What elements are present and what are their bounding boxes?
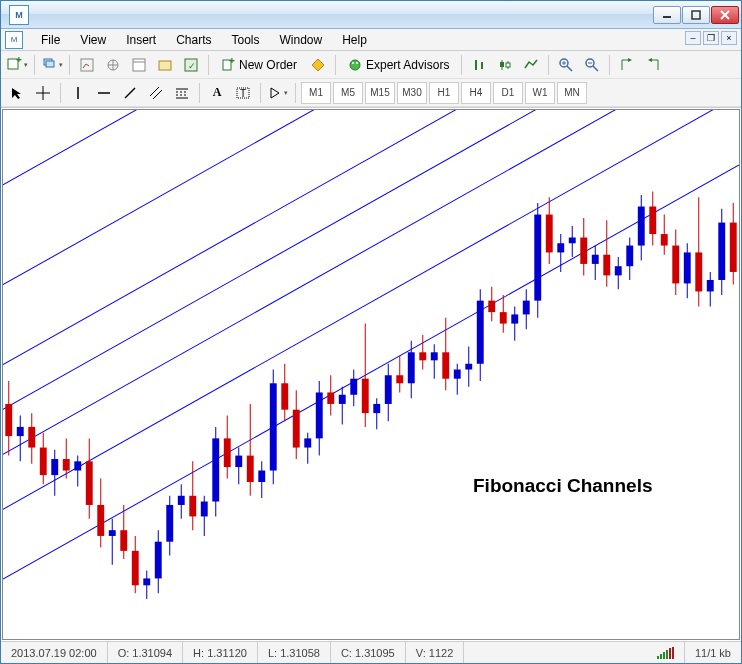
svg-rect-153 xyxy=(523,301,530,315)
svg-rect-79 xyxy=(97,505,104,536)
svg-rect-161 xyxy=(569,238,576,244)
candles-chart-button[interactable] xyxy=(493,54,517,76)
svg-rect-115 xyxy=(304,438,311,447)
separator xyxy=(335,55,336,75)
profiles-button[interactable]: ▾ xyxy=(40,54,64,76)
svg-line-32 xyxy=(567,66,572,71)
text-label-icon: T xyxy=(236,86,250,100)
svg-rect-169 xyxy=(615,266,622,275)
expert-advisors-button[interactable]: Expert Advisors xyxy=(341,54,456,76)
text-button[interactable]: A xyxy=(205,82,229,104)
timeframe-mn[interactable]: MN xyxy=(557,82,587,104)
menu-tools[interactable]: Tools xyxy=(222,31,270,49)
svg-rect-159 xyxy=(557,243,564,252)
zoom-in-button[interactable] xyxy=(554,54,578,76)
svg-rect-97 xyxy=(201,502,208,517)
mdi-close-button[interactable]: × xyxy=(721,31,737,45)
separator xyxy=(461,55,462,75)
svg-marker-39 xyxy=(648,58,652,62)
timeframe-w1[interactable]: W1 xyxy=(525,82,555,104)
timeframe-m15[interactable]: M15 xyxy=(365,82,395,104)
meta-button[interactable] xyxy=(306,54,330,76)
horizontal-line-button[interactable] xyxy=(92,82,116,104)
app-icon-small: M xyxy=(5,31,23,49)
text-label-button[interactable]: T xyxy=(231,82,255,104)
strategy-tester-button[interactable]: ✓ xyxy=(179,54,203,76)
minimize-icon xyxy=(662,10,672,20)
status-low: L: 1.31058 xyxy=(258,642,331,663)
terminal-button[interactable] xyxy=(153,54,177,76)
toolbar-drawing: A T ▾ M1 M5 M15 M30 H1 H4 D1 W1 MN xyxy=(1,79,741,107)
market-watch-button[interactable] xyxy=(75,54,99,76)
equidistant-channel-button[interactable] xyxy=(144,82,168,104)
svg-rect-16 xyxy=(159,61,171,70)
new-order-button[interactable]: + New Order xyxy=(214,54,304,76)
arrows-button[interactable]: ▾ xyxy=(266,82,290,104)
new-chart-button[interactable]: +▾ xyxy=(5,54,29,76)
bars-chart-button[interactable] xyxy=(467,54,491,76)
separator xyxy=(548,55,549,75)
svg-line-57 xyxy=(3,110,739,454)
svg-point-23 xyxy=(352,62,354,64)
svg-rect-157 xyxy=(546,215,553,253)
svg-rect-111 xyxy=(281,383,288,409)
svg-rect-77 xyxy=(86,461,93,505)
timeframe-d1[interactable]: D1 xyxy=(493,82,523,104)
close-button[interactable] xyxy=(711,6,739,24)
svg-rect-123 xyxy=(350,379,357,395)
svg-point-24 xyxy=(356,62,358,64)
timeframe-m1[interactable]: M1 xyxy=(301,82,331,104)
svg-line-55 xyxy=(3,165,739,579)
zoom-out-button[interactable] xyxy=(580,54,604,76)
timeframe-m5[interactable]: M5 xyxy=(333,82,363,104)
menu-file[interactable]: File xyxy=(31,31,70,49)
chart-area[interactable]: Fibonacci Channels xyxy=(2,109,740,640)
menu-charts[interactable]: Charts xyxy=(166,31,221,49)
status-net: 11/1 kb xyxy=(685,642,741,663)
svg-rect-145 xyxy=(477,301,484,364)
vertical-line-button[interactable] xyxy=(66,82,90,104)
fibonacci-icon xyxy=(175,86,189,100)
svg-rect-71 xyxy=(51,459,58,475)
separator xyxy=(69,55,70,75)
menu-insert[interactable]: Insert xyxy=(116,31,166,49)
svg-rect-151 xyxy=(511,314,518,323)
app-icon: M xyxy=(9,5,29,25)
data-window-button[interactable] xyxy=(127,54,151,76)
auto-scroll-button[interactable] xyxy=(615,54,639,76)
fibonacci-button[interactable] xyxy=(170,82,194,104)
crosshair-button[interactable] xyxy=(31,82,55,104)
channel-icon xyxy=(149,86,163,100)
chart-canvas xyxy=(3,110,739,639)
maximize-button[interactable] xyxy=(682,6,710,24)
cursor-button[interactable] xyxy=(5,82,29,104)
status-high: H: 1.31120 xyxy=(183,642,258,663)
mdi-minimize-button[interactable]: – xyxy=(685,31,701,45)
svg-rect-103 xyxy=(235,456,242,467)
menu-view[interactable]: View xyxy=(70,31,116,49)
svg-rect-181 xyxy=(684,252,691,283)
svg-marker-54 xyxy=(271,88,279,98)
mdi-restore-button[interactable]: ❐ xyxy=(703,31,719,45)
menu-window[interactable]: Window xyxy=(270,31,333,49)
chart-shift-icon xyxy=(646,58,660,72)
chart-shift-button[interactable] xyxy=(641,54,665,76)
svg-rect-69 xyxy=(40,448,47,476)
timeframe-h1[interactable]: H1 xyxy=(429,82,459,104)
svg-line-45 xyxy=(125,88,135,98)
timeframe-h4[interactable]: H4 xyxy=(461,82,491,104)
status-volume: V: 1122 xyxy=(406,642,465,663)
market-watch-icon xyxy=(80,58,94,72)
menu-help[interactable]: Help xyxy=(332,31,377,49)
timeframe-m30[interactable]: M30 xyxy=(397,82,427,104)
svg-rect-91 xyxy=(166,505,173,542)
line-chart-button[interactable] xyxy=(519,54,543,76)
trendline-button[interactable] xyxy=(118,82,142,104)
svg-text:+: + xyxy=(16,57,22,65)
svg-rect-167 xyxy=(603,255,610,276)
navigator-button[interactable] xyxy=(101,54,125,76)
app-window: M M File View Insert Charts Tools Window… xyxy=(0,0,742,664)
minimize-button[interactable] xyxy=(653,6,681,24)
status-close: C: 1.31095 xyxy=(331,642,406,663)
svg-rect-171 xyxy=(626,246,633,267)
